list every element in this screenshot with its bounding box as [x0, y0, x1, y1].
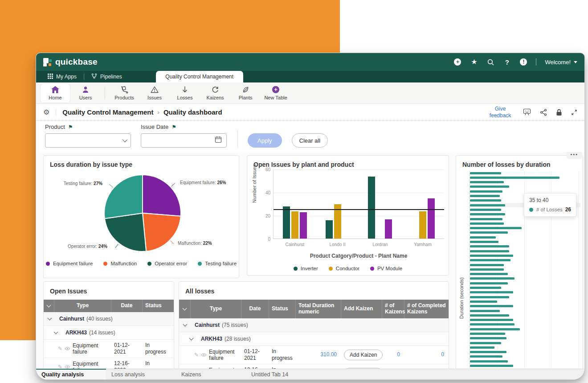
breadcrumb-app[interactable]: Quality Control Management [62, 108, 153, 116]
clear-all-button[interactable]: Clear all [292, 133, 328, 148]
hbar[interactable] [470, 310, 500, 312]
completed-kaizens-cell[interactable]: 0 [404, 349, 449, 360]
view-eye-icon[interactable] [65, 346, 70, 351]
hbar[interactable] [470, 231, 508, 234]
add-icon[interactable]: + [453, 58, 461, 66]
help-icon[interactable]: ? [503, 58, 511, 66]
dashboard-tab-quality-analysis[interactable]: Quality analysis [36, 369, 106, 379]
column-header[interactable]: Date [241, 300, 269, 318]
total-duration-cell[interactable]: 310.00 [296, 349, 341, 360]
hbar[interactable] [470, 314, 509, 317]
collapse-all-chevron[interactable] [179, 300, 191, 318]
hbar[interactable] [470, 218, 502, 220]
settings-gear-icon[interactable]: ⚙ [43, 109, 56, 116]
hbar[interactable] [470, 328, 520, 330]
hbar[interactable] [470, 305, 513, 307]
bar-pv-module[interactable] [428, 198, 435, 239]
bar-pv-module[interactable] [300, 212, 307, 239]
hbar[interactable] [470, 236, 496, 239]
toolbar-item-new-table[interactable]: +New Table [261, 84, 290, 103]
hbar[interactable] [470, 323, 514, 325]
hbar[interactable] [470, 181, 504, 183]
collapse-all-chevron[interactable] [44, 300, 54, 312]
product-select[interactable] [45, 133, 131, 148]
edit-pencil-icon[interactable]: ✎ [58, 346, 62, 351]
hbar[interactable] [470, 346, 494, 349]
pie-slice-1[interactable] [143, 213, 181, 251]
group-row[interactable]: Cainhurst(75 issues) [179, 318, 449, 332]
quickbase-logo[interactable]: quickbase [43, 57, 98, 67]
bar-inverter[interactable] [368, 177, 375, 239]
hbar[interactable] [470, 177, 559, 179]
hbar[interactable] [470, 199, 501, 202]
column-header[interactable]: # of Completed Kaizens [404, 300, 449, 318]
table-row[interactable]: ✎Equipment failure01-12-2021In progress [44, 340, 174, 358]
share-icon[interactable] [540, 109, 547, 116]
hbar[interactable] [470, 241, 498, 243]
hbar[interactable] [470, 319, 513, 321]
toolbar-item-home[interactable]: Home [41, 84, 70, 103]
hbar[interactable] [470, 296, 509, 298]
hbar[interactable] [470, 195, 500, 197]
fullscreen-icon[interactable] [571, 109, 577, 115]
nav-my-apps[interactable]: My Apps [41, 71, 84, 82]
column-header[interactable]: Status [143, 300, 174, 312]
hbar[interactable] [470, 209, 501, 211]
bar-conductor[interactable] [291, 211, 298, 239]
active-app-tab[interactable]: Quality Control Management [156, 71, 243, 82]
column-header[interactable]: Status [269, 300, 296, 318]
toolbar-item-issues[interactable]: Issues [140, 84, 169, 103]
pie-slice-0[interactable] [143, 175, 181, 216]
bar-conductor[interactable] [419, 211, 426, 239]
hbar[interactable] [470, 351, 506, 353]
bar-pv-module[interactable] [385, 219, 392, 239]
hbar[interactable] [470, 185, 509, 188]
hbar[interactable] [470, 213, 505, 215]
issue-date-input[interactable] [141, 133, 227, 148]
hbar[interactable] [470, 245, 509, 247]
pie-slice-3[interactable] [104, 175, 143, 218]
toolbar-item-users[interactable]: Users [71, 84, 100, 103]
hbar[interactable] [470, 255, 513, 257]
lock-icon[interactable] [556, 109, 562, 116]
hbar[interactable] [470, 333, 505, 335]
add-kaizen-button[interactable]: Add Kaizen [344, 350, 383, 360]
hbar[interactable] [470, 337, 506, 339]
toolbar-item-kaizens[interactable]: Kaizens [200, 84, 230, 103]
toolbar-item-products[interactable]: Products [110, 84, 139, 103]
bar-inverter[interactable] [326, 220, 333, 239]
column-header[interactable]: Add Kaizen [341, 300, 382, 318]
table-row[interactable]: ✎Equipment failure12-16-2020In progress9… [179, 364, 449, 369]
hbar[interactable] [470, 227, 522, 229]
hbar[interactable] [470, 268, 504, 271]
hbar[interactable] [470, 250, 509, 252]
hbar[interactable] [470, 355, 502, 358]
hbar[interactable] [470, 365, 513, 367]
more-menu-button[interactable]: ••• [567, 152, 582, 158]
hbar[interactable] [470, 264, 504, 266]
dashboard-tab-kaizens[interactable]: Kaizens [176, 369, 246, 379]
subgroup-row[interactable]: ARKH43(28 issues) [179, 332, 449, 346]
toolbar-item-losses[interactable]: Losses [170, 84, 200, 103]
nav-pipelines[interactable]: Pipelines [84, 71, 129, 82]
hbar[interactable] [470, 172, 501, 174]
view-eye-icon[interactable] [201, 353, 207, 357]
presentation-icon[interactable] [523, 108, 531, 116]
view-eye-icon[interactable] [65, 365, 70, 369]
completed-kaizens-cell[interactable]: 0 [404, 367, 449, 369]
search-icon[interactable] [486, 58, 494, 66]
hbar[interactable] [470, 360, 508, 362]
column-header[interactable]: # of Kaizens [382, 300, 404, 318]
column-header[interactable]: Type [191, 300, 241, 318]
hbar[interactable] [470, 282, 508, 284]
table-row[interactable]: ✎Equipment failure01-12-2021In progress3… [179, 346, 449, 364]
pie-slice-2[interactable] [105, 213, 146, 251]
dashboard-tab-untitled-tab-14[interactable]: Untitled Tab 14 [246, 369, 316, 379]
column-header[interactable]: Date [111, 300, 143, 312]
hbar[interactable] [470, 204, 505, 206]
hbar[interactable] [470, 301, 497, 303]
hbar[interactable] [470, 273, 508, 275]
hbar[interactable] [470, 222, 504, 225]
group-row[interactable]: Cainhurst(40 issues) [44, 312, 174, 326]
hbar[interactable] [470, 259, 510, 261]
